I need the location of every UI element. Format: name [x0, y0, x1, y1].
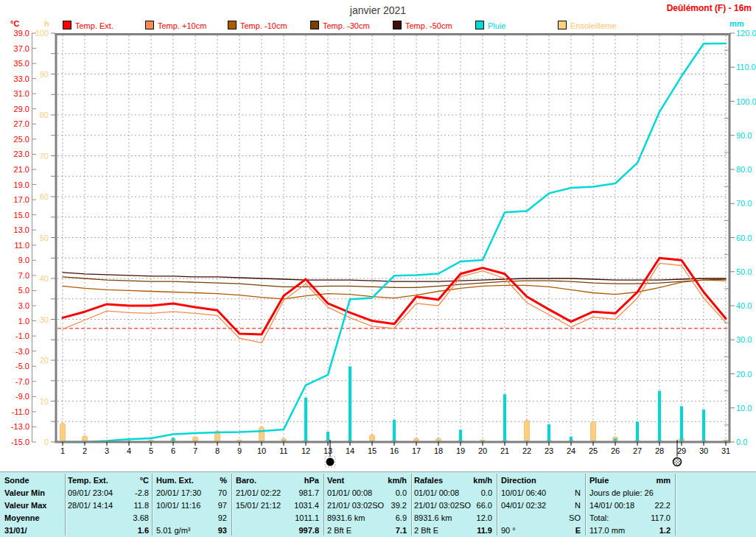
pluie-jour--bar	[349, 366, 351, 442]
day-tick-label: 31	[721, 446, 730, 455]
temp-tick-label: -1.0	[15, 331, 29, 340]
day-tick-label: 4	[127, 446, 131, 455]
table-divider	[675, 474, 676, 536]
table-cell-value: 997.8	[236, 525, 319, 536]
mm-tick-label: 60.0	[736, 234, 752, 242]
day-tick-label: 19	[456, 446, 465, 455]
hours-tick-label: 10	[40, 397, 49, 406]
mm-tick-label: 50.0	[736, 267, 752, 276]
hours-tick-label: 20	[40, 356, 49, 365]
table-header-unit: °C	[68, 475, 149, 485]
hours-tick-label: 0	[44, 438, 49, 446]
day-tick-label: 30	[699, 446, 708, 455]
temp-tick-label: 39.0	[14, 29, 29, 38]
day-tick-label: 7	[193, 446, 197, 455]
mm-tick-label: 40.0	[736, 301, 752, 310]
table-divider	[152, 474, 153, 536]
table-cell-value: 981.7	[236, 488, 319, 498]
table-cell-value: 92	[156, 513, 227, 523]
table-cell: Moyenne	[4, 513, 62, 523]
temp-tick-label: 27.0	[14, 119, 29, 128]
day-tick-label: 27	[633, 446, 642, 455]
temp-tick-label: -15.0	[11, 438, 29, 446]
day-tick-label: 24	[567, 446, 575, 455]
mm-tick-label: 90.0	[736, 131, 752, 140]
temp-tick-label: 33.0	[14, 74, 29, 83]
day-tick-label: 5	[149, 446, 153, 455]
hours-tick-label: 90	[40, 70, 49, 79]
table-divider	[497, 474, 497, 536]
mm-tick-label: 30.0	[736, 335, 752, 344]
mm-tick-label: 110.0	[736, 63, 756, 71]
table-divider	[65, 474, 66, 536]
mm-tick-label: 100.0	[736, 97, 756, 106]
day-tick-label: 21	[500, 446, 509, 455]
temp-tick-label: -13.0	[11, 422, 29, 431]
table-cell-value: 117.0	[589, 513, 671, 523]
weather-chart: 39.037.035.033.031.029.027.025.023.021.0…	[0, 0, 756, 471]
temp-tick-label: 11.0	[14, 241, 29, 250]
day-tick-label: 29	[677, 446, 686, 455]
day-tick-label: 23	[545, 446, 553, 455]
pluie-jour--bar	[304, 398, 307, 442]
temp-tick-label: 15.0	[14, 211, 29, 220]
new-moon-icon	[326, 458, 335, 466]
pluie-jour--bar	[547, 424, 550, 442]
table-cell: Jours de pluie: 26	[589, 488, 671, 498]
table-cell-value: 66.0	[414, 500, 492, 510]
mm-tick-label: 70.0	[736, 199, 752, 208]
day-tick-label: 12	[301, 446, 310, 455]
table-cell-value: 0.0	[414, 488, 492, 498]
table-cell: Valeur Max	[4, 500, 62, 510]
temp-tick-label: 37.0	[14, 44, 29, 53]
chart-axes: 39.037.035.033.031.029.027.025.023.021.0…	[11, 29, 756, 455]
pluie-jour--bar	[459, 429, 462, 442]
hours-tick-label: 40	[40, 274, 49, 283]
day-tick-label: 18	[434, 446, 443, 455]
day-tick-label: 25	[589, 446, 598, 455]
table-cell-value: 7.1	[327, 525, 407, 536]
table-divider	[323, 474, 324, 536]
ensoleillement-bar	[60, 423, 66, 442]
table-cell-value: 1.2	[589, 525, 671, 536]
table-cell-value: 11.8	[68, 500, 149, 510]
statistics-table: SondeValeur MinValeur MaxMoyenne31/01/Te…	[0, 471, 756, 537]
temp-tick-label: -11.0	[12, 407, 29, 416]
table-header-unit: km/h	[327, 475, 407, 485]
day-tick-label: 3	[105, 446, 109, 455]
table-header-unit: km/h	[414, 475, 492, 485]
day-tick-label: 2	[83, 446, 87, 455]
table-cell-value: 3.68	[68, 513, 149, 523]
mm-tick-label: 0.0	[736, 438, 747, 446]
mm-tick-label: 20.0	[736, 370, 752, 379]
day-tick-label: 8	[215, 446, 220, 455]
table-cell-value: 70	[156, 488, 227, 498]
temp-tick-label: 21.0	[14, 165, 29, 174]
table-cell: 31/01/	[4, 525, 62, 536]
pluie-jour--bar	[636, 421, 639, 442]
temp-tick-label: 1.0	[18, 317, 29, 326]
table-cell: Valeur Min	[4, 488, 62, 498]
mm-tick-label: 120.0	[736, 29, 756, 38]
table-header: Sonde	[4, 475, 62, 485]
hours-tick-label: 100	[35, 29, 49, 38]
day-tick-label: 17	[412, 446, 421, 455]
temp-tick-label: 31.0	[14, 89, 29, 98]
full-moon-icon	[673, 458, 682, 466]
table-cell-value: 93	[156, 525, 227, 536]
table-cell-value: SO	[501, 513, 581, 523]
temp-tick-label: -5.0	[15, 362, 29, 371]
temp-tick-label: 7.0	[18, 271, 29, 280]
ensoleillement-bar	[591, 421, 596, 442]
table-cell-value: 0.0	[327, 488, 407, 498]
table-cell-value: 1031.4	[236, 500, 319, 510]
pluie-jour--bar	[503, 394, 506, 442]
hours-tick-label: 50	[40, 234, 49, 242]
temp-tick-label: -3.0	[15, 347, 29, 356]
table-cell-value: 39.2	[327, 500, 407, 510]
hours-tick-label: 70	[40, 152, 49, 161]
pluie-jour--bar	[393, 420, 396, 442]
day-tick-label: 14	[346, 446, 354, 455]
hours-tick-label: 30	[40, 315, 49, 324]
table-cell-value: 11.9	[414, 525, 492, 536]
